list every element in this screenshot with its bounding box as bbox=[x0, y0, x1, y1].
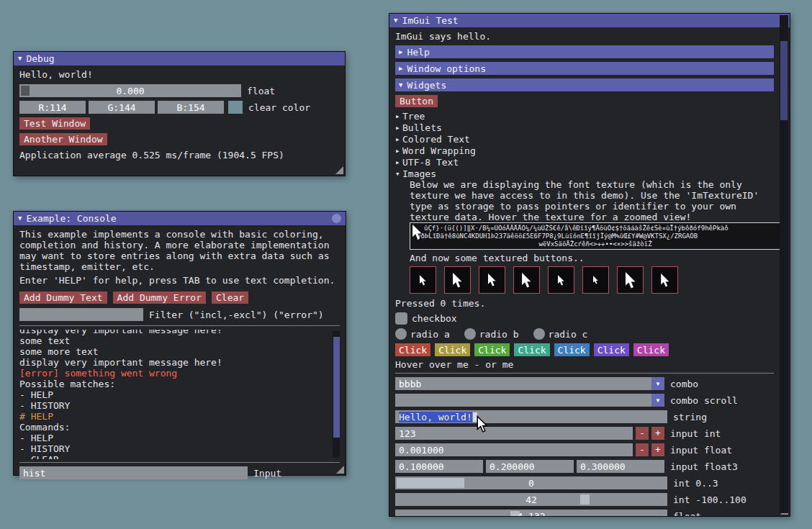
image-button[interactable] bbox=[548, 266, 574, 294]
color-b-drag[interactable]: B:154 bbox=[158, 101, 224, 114]
log-line: Commands: bbox=[19, 422, 340, 433]
color-g-value: G:144 bbox=[92, 102, 151, 113]
int-slider-0-3[interactable]: 0 bbox=[395, 476, 667, 489]
image-button[interactable] bbox=[479, 266, 505, 294]
string-input[interactable]: Hello, world! bbox=[395, 410, 667, 423]
int-value: 123 bbox=[399, 428, 415, 439]
checkbox[interactable] bbox=[395, 312, 407, 325]
tree-arrow-icon: ▸ bbox=[395, 122, 402, 133]
chevron-down-icon: ▼ bbox=[655, 381, 661, 387]
demo-button[interactable]: Button bbox=[395, 95, 438, 107]
float3-input-x[interactable]: 0.100000 bbox=[395, 460, 483, 473]
combo-scroll[interactable]: ▼ bbox=[395, 394, 664, 407]
radio-circle[interactable] bbox=[533, 328, 545, 340]
decrement-button[interactable]: - bbox=[636, 427, 649, 440]
filter-input[interactable] bbox=[19, 308, 143, 321]
tree-node-word-wrapping[interactable]: ▸ Word Wrapping bbox=[395, 145, 774, 156]
console-log-region[interactable]: display very important message here! som… bbox=[19, 330, 340, 459]
float-slider[interactable]: 4.132 bbox=[395, 510, 667, 516]
float3-value-x: 0.100000 bbox=[399, 461, 444, 472]
header-help[interactable]: ▶ Help bbox=[395, 45, 774, 58]
radio-circle[interactable] bbox=[395, 328, 407, 340]
clear-button[interactable]: Clear bbox=[212, 291, 248, 304]
combo-value-frame[interactable]: bbbb bbox=[395, 377, 651, 390]
image-button[interactable] bbox=[513, 266, 540, 294]
add-dummy-text-button[interactable]: Add Dummy Text bbox=[19, 291, 107, 304]
click-button-4[interactable]: Click bbox=[514, 343, 549, 356]
click-button-7[interactable]: Click bbox=[633, 343, 669, 356]
image-button[interactable] bbox=[651, 266, 678, 294]
cursor-glyph-icon bbox=[522, 273, 531, 288]
increment-button[interactable]: + bbox=[651, 427, 664, 440]
radio-c[interactable]: radio c bbox=[533, 328, 588, 340]
click-button-5[interactable]: Click bbox=[554, 343, 590, 356]
image-button[interactable] bbox=[617, 266, 644, 294]
color-r-drag[interactable]: R:114 bbox=[19, 101, 86, 114]
help-hint-text: Enter 'HELP' for help, press TAB to use … bbox=[19, 275, 340, 286]
header-widgets[interactable]: ▼ Widgets bbox=[395, 78, 774, 91]
increment-button[interactable]: + bbox=[651, 443, 664, 456]
console-titlebar[interactable]: ▼ Example: Console bbox=[14, 212, 346, 225]
float3-input-z[interactable]: 0.300000 bbox=[577, 460, 664, 473]
image-button[interactable] bbox=[444, 266, 471, 294]
tree-node-utf8-text[interactable]: ▸ UTF-8 Text bbox=[395, 156, 774, 168]
combo-scroll-label: combo scroll bbox=[670, 395, 738, 406]
font-texture-image[interactable]: ûÇf}·(ü{()]‖X·/B¼¤ÙÒóÂĂÅÅÒ¼/¼ùÙŽŠ€ê/å\êÐ… bbox=[410, 222, 781, 250]
add-dummy-error-button[interactable]: Add Dummy Error bbox=[113, 291, 206, 304]
input-float3-row: 0.100000 0.200000 0.300000 input float3 bbox=[395, 460, 774, 473]
collapse-arrow-icon[interactable]: ▼ bbox=[18, 215, 22, 222]
tree-node-tree[interactable]: ▸ Tree bbox=[395, 110, 774, 122]
string-row: Hello, world! string bbox=[395, 410, 774, 423]
images-text: texture we have access to in this demo).… bbox=[410, 190, 774, 201]
scrollbar-grab[interactable] bbox=[333, 337, 340, 438]
scrollbar-track[interactable] bbox=[780, 15, 788, 513]
radio-a[interactable]: radio a bbox=[395, 328, 450, 340]
combo-arrow-button[interactable]: ▼ bbox=[651, 394, 664, 407]
click-button-2[interactable]: Click bbox=[435, 343, 470, 356]
debug-content: Hello, world! 0.000 float R:114 G:144 B:… bbox=[14, 65, 345, 164]
click-button-3[interactable]: Click bbox=[474, 343, 510, 356]
header-window-options[interactable]: ▶ Window options bbox=[395, 62, 774, 75]
tree-node-images[interactable]: ▾ Images bbox=[395, 168, 774, 179]
close-button[interactable] bbox=[332, 214, 341, 223]
resize-grip[interactable] bbox=[336, 466, 344, 474]
collapse-arrow-icon[interactable]: ▼ bbox=[394, 17, 397, 24]
tree-node-label: UTF-8 Text bbox=[402, 157, 459, 168]
float-slider[interactable]: 0.000 bbox=[19, 84, 241, 97]
int-slider-neg100-100[interactable]: 42 bbox=[395, 493, 667, 506]
combo-arrow-button[interactable]: ▼ bbox=[651, 377, 664, 390]
float3-input-y[interactable]: 0.200000 bbox=[486, 460, 574, 473]
command-input[interactable] bbox=[19, 466, 248, 479]
combo[interactable]: bbbb ▼ bbox=[395, 377, 664, 390]
decrement-button[interactable]: - bbox=[636, 443, 649, 456]
cursor-glyph-icon bbox=[453, 273, 462, 288]
input-float-label: input float bbox=[670, 445, 732, 456]
radio-b[interactable]: radio b bbox=[464, 328, 519, 340]
log-line-match: # HELP bbox=[19, 411, 340, 422]
click-button-6[interactable]: Click bbox=[594, 343, 629, 356]
test-window-button[interactable]: Test Window bbox=[19, 117, 90, 130]
collapse-arrow-icon[interactable]: ▼ bbox=[18, 55, 22, 62]
hover-over-me-text[interactable]: Hover over me - or me bbox=[395, 359, 774, 370]
clear-color-swatch[interactable] bbox=[228, 101, 243, 114]
debug-titlebar[interactable]: ▼ Debug bbox=[14, 52, 345, 65]
input-int-row: 123 - + input int bbox=[395, 427, 774, 440]
color-g-drag[interactable]: G:144 bbox=[89, 101, 155, 114]
combo-value-frame[interactable] bbox=[395, 394, 651, 407]
another-window-button[interactable]: Another Window bbox=[19, 133, 107, 145]
float-input[interactable]: 0.001000 bbox=[395, 443, 633, 456]
test-titlebar[interactable]: ▼ ImGui Test bbox=[389, 14, 790, 27]
scrollbar-track[interactable] bbox=[333, 331, 340, 458]
click-button-1[interactable]: Click bbox=[395, 343, 430, 356]
image-button[interactable] bbox=[410, 266, 436, 294]
image-button[interactable] bbox=[582, 266, 609, 294]
int-input[interactable]: 123 bbox=[395, 427, 633, 440]
text-selection: Hello, world! bbox=[399, 412, 472, 422]
collapse-arrow-icon: ▼ bbox=[399, 82, 402, 89]
resize-grip[interactable] bbox=[335, 166, 343, 174]
tree-node-colored-text[interactable]: ▸ Colored Text bbox=[395, 133, 774, 145]
scrollbar-grab[interactable] bbox=[780, 41, 788, 120]
tree-node-bullets[interactable]: ▸ Bullets bbox=[395, 122, 774, 133]
filter-row: Filter ("incl,-excl") ("error") bbox=[19, 308, 340, 321]
radio-circle[interactable] bbox=[464, 328, 476, 340]
